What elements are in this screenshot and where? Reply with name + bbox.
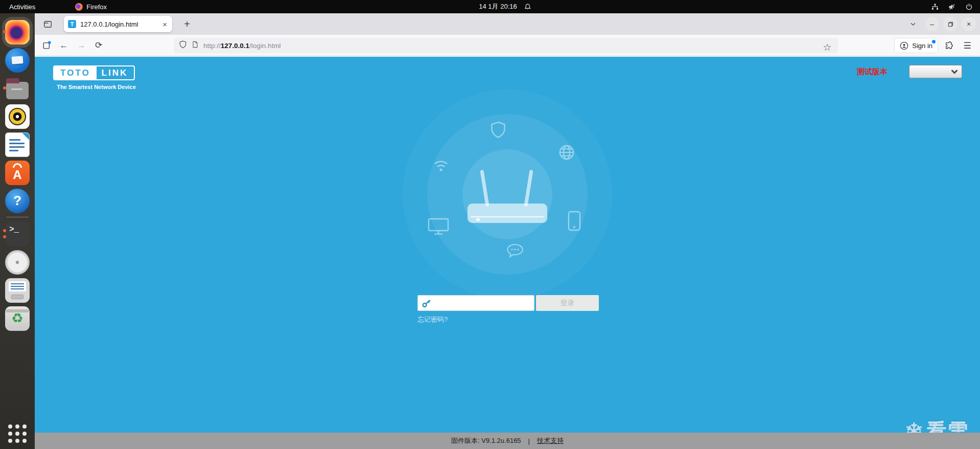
dock-item-terminal[interactable]: >_ xyxy=(2,220,33,248)
dock-item-ubuntu-software[interactable]: A xyxy=(2,159,33,187)
envelope-icon xyxy=(12,56,24,64)
thunderbird-icon xyxy=(5,48,30,73)
rhythmbox-speaker-icon xyxy=(5,104,30,129)
wired-network-icon xyxy=(931,3,939,11)
running-indicator xyxy=(3,30,6,33)
totolink-logo: TOTO LINK xyxy=(53,65,135,80)
dock-item-disc[interactable] xyxy=(2,248,33,276)
router-led xyxy=(476,218,480,221)
running-indicator xyxy=(3,229,6,232)
shield-permissions-icon[interactable] xyxy=(179,40,187,51)
totolink-favicon: T xyxy=(68,20,76,28)
text-line xyxy=(11,286,24,287)
menu-hamburger-icon[interactable]: ☰ xyxy=(960,38,975,53)
text-line xyxy=(9,146,25,148)
software-letter: A xyxy=(13,168,21,182)
firefox-app-icon xyxy=(75,3,83,11)
speaker-icon xyxy=(9,108,26,125)
firefox-view-icon[interactable] xyxy=(40,16,55,32)
disk-drive-icon xyxy=(5,278,30,303)
sign-in-button[interactable]: Sign in xyxy=(894,38,938,53)
shield-icon xyxy=(490,121,506,140)
clock-menu[interactable]: 14 1月 20:16 xyxy=(479,2,531,11)
dock-item-disk-utility[interactable] xyxy=(2,276,33,304)
firefox-window: T 127.0.0.1/login.html × + – × ← → ⟳ xyxy=(35,13,980,449)
bookmark-star-icon[interactable]: ☆ xyxy=(820,39,835,55)
drive-slot xyxy=(11,295,24,299)
tech-support-link[interactable]: 技术支持 xyxy=(537,436,564,445)
gnome-top-bar: Activities Firefox 14 1月 20:16 xyxy=(0,0,980,13)
page-info-icon[interactable] xyxy=(192,40,199,51)
login-button[interactable]: 登录 xyxy=(536,295,599,311)
running-indicator xyxy=(3,235,6,238)
dock: A ? >_ ♻ xyxy=(0,13,35,449)
navigation-toolbar: ← → ⟳ http://127.0.0.1/login.html ☆ Sign… xyxy=(35,35,980,56)
back-button[interactable]: ← xyxy=(56,38,72,53)
bell-icon xyxy=(524,3,532,11)
tab-strip: T 127.0.0.1/login.html × + – × xyxy=(35,13,980,35)
app-menu-label: Firefox xyxy=(86,3,107,11)
glow-ring xyxy=(462,149,552,239)
password-field-wrap[interactable] xyxy=(417,295,534,311)
dock-separator xyxy=(6,217,29,217)
minimize-button[interactable]: – xyxy=(925,17,939,31)
writer-document-icon xyxy=(5,132,30,157)
close-button[interactable]: × xyxy=(962,17,976,31)
system-status-area[interactable] xyxy=(931,0,973,13)
optical-disc-icon xyxy=(5,250,30,275)
clock-label: 14 1月 20:16 xyxy=(479,2,517,11)
show-applications-button[interactable] xyxy=(8,424,27,443)
activities-button[interactable]: Activities xyxy=(0,0,44,13)
logo-tagline: The Smartest Network Device xyxy=(53,84,139,90)
dock-item-firefox[interactable] xyxy=(2,18,33,46)
dock-item-rhythmbox[interactable] xyxy=(2,102,33,130)
chevron-down-icon xyxy=(950,67,959,76)
notification-dot xyxy=(932,40,936,43)
restore-button[interactable] xyxy=(943,17,958,31)
reload-button[interactable]: ⟳ xyxy=(91,38,106,53)
list-all-tabs-icon[interactable] xyxy=(905,16,921,32)
dock-item-trash[interactable]: ♻ xyxy=(2,304,33,332)
key-icon xyxy=(422,299,431,308)
monitor-icon xyxy=(428,218,449,235)
dock-item-thunderbird[interactable] xyxy=(2,46,33,74)
phone-icon xyxy=(568,211,581,231)
tab-title: 127.0.0.1/login.html xyxy=(80,20,157,28)
dock-item-libreoffice-writer[interactable] xyxy=(2,130,33,159)
folded-corner xyxy=(21,132,30,141)
language-select[interactable] xyxy=(909,65,962,78)
url-bar[interactable]: http://127.0.0.1/login.html ☆ xyxy=(174,38,838,53)
firefox-icon xyxy=(5,20,30,44)
chat-bubble-icon xyxy=(506,243,524,258)
sign-in-label: Sign in xyxy=(912,42,932,50)
app-menu[interactable]: Firefox xyxy=(75,3,107,11)
password-input[interactable] xyxy=(433,296,533,310)
router-body xyxy=(468,204,547,223)
power-icon xyxy=(965,3,973,11)
forward-button[interactable]: → xyxy=(74,38,89,53)
dock-item-files[interactable] xyxy=(2,74,33,102)
wifi-icon xyxy=(433,159,449,173)
extensions-puzzle-icon[interactable] xyxy=(941,38,956,53)
tab-close-icon[interactable]: × xyxy=(161,20,168,29)
firmware-version: 固件版本: V9.1.2u.6165 xyxy=(451,436,521,445)
router-illustration xyxy=(390,77,625,312)
browser-tab[interactable]: T 127.0.0.1/login.html × xyxy=(64,16,172,32)
dock-item-help[interactable]: ? xyxy=(2,187,33,215)
volume-muted-icon xyxy=(948,3,956,11)
case-handle xyxy=(13,163,22,168)
router-panel-line xyxy=(471,216,544,217)
login-form: 登录 xyxy=(417,295,599,311)
ubuntu-software-icon: A xyxy=(5,161,30,185)
footer-divider: | xyxy=(528,437,530,445)
import-data-icon[interactable] xyxy=(39,38,54,53)
logo-toto-text: TOTO xyxy=(54,66,96,79)
forgot-password-link[interactable]: 忘记密码? xyxy=(417,315,448,324)
globe-icon xyxy=(558,144,575,161)
version-badge: 测试版本 xyxy=(857,67,888,77)
logo-link-text: LINK xyxy=(96,66,134,79)
url-text: http://127.0.0.1/login.html xyxy=(203,42,281,50)
help-question-icon: ? xyxy=(5,189,30,213)
new-tab-button[interactable]: + xyxy=(179,16,195,32)
text-line xyxy=(9,143,25,144)
